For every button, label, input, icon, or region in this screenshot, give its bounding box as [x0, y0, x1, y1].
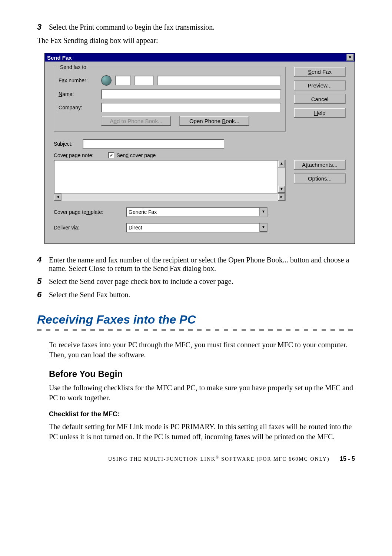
step-3: 3 Select the Print command to begin the … — [37, 22, 355, 32]
fax-number-label: Fax number: — [59, 77, 97, 83]
cover-page-note-label: Cover page note: — [54, 152, 93, 158]
step-6: 6 Select the Send Fax button. — [37, 290, 355, 299]
name-label: Name: — [59, 91, 97, 97]
footer-text: USING THE MULTI-FUNCTION LINK® SOFTWARE … — [108, 456, 330, 462]
section-heading-receiving-faxes: Receiving Faxes into the PC — [37, 313, 355, 327]
preview-button[interactable]: Preview... — [294, 80, 346, 90]
attachments-button[interactable]: Attachments... — [294, 160, 346, 170]
cover-note-textarea[interactable]: ▲ ▼ ◄ ► — [54, 160, 286, 201]
cover-template-value: Generic Fax — [126, 209, 259, 215]
step-4-text: Enter the name and fax number of the rec… — [49, 256, 355, 273]
step-3-caption: The Fax Sending dialog box will appear: — [37, 36, 355, 46]
step-5: 5 Select the Send cover page check box t… — [37, 277, 355, 286]
scroll-down-icon[interactable]: ▼ — [278, 186, 285, 193]
step-6-text: Select the Send Fax button. — [49, 291, 355, 299]
vertical-scrollbar[interactable]: ▲ ▼ — [278, 160, 285, 193]
name-input[interactable] — [101, 89, 281, 99]
before-you-begin-paragraph: Use the following checklists for the MFC… — [49, 383, 355, 403]
deliver-via-value: Direct — [126, 225, 259, 231]
dialog-title: Send Fax — [47, 54, 346, 61]
cover-template-label: Cover page template: — [54, 209, 122, 215]
before-you-begin-heading: Before You Begin — [49, 369, 355, 379]
send-cover-page-label: Send cover page — [116, 152, 156, 158]
step-5-text: Select the Send cover page check box to … — [49, 277, 355, 286]
chevron-down-icon[interactable]: ▼ — [259, 208, 267, 216]
close-icon[interactable]: × — [346, 54, 354, 61]
send-fax-to-group: Send fax to Fax number: Name: Company: — [54, 67, 286, 132]
company-input[interactable] — [101, 103, 281, 112]
scroll-left-icon[interactable]: ◄ — [54, 193, 62, 201]
send-fax-button[interactable]: Send Fax — [294, 67, 346, 77]
globe-icon[interactable] — [101, 75, 112, 86]
scroll-right-icon[interactable]: ► — [278, 193, 285, 201]
send-cover-page-checkbox[interactable]: ✓ Send cover page — [108, 152, 156, 158]
cover-template-dropdown[interactable]: Generic Fax ▼ — [126, 207, 268, 217]
checkbox-icon: ✓ — [108, 152, 114, 158]
deliver-via-dropdown[interactable]: Direct ▼ — [126, 223, 268, 232]
fax-country-input[interactable] — [115, 76, 131, 85]
send-fax-dialog: Send Fax × Send fax to Fax number: Name: — [44, 53, 355, 244]
section-intro-paragraph: To receive faxes into your PC through th… — [49, 340, 355, 360]
step-3-text: Select the Print command to begin the fa… — [49, 23, 355, 32]
subject-input[interactable] — [83, 139, 224, 149]
help-button[interactable]: Help — [294, 108, 346, 118]
fax-area-input[interactable] — [134, 76, 154, 85]
section-divider — [37, 329, 355, 331]
step-4-number: 4 — [37, 255, 49, 265]
page-footer: USING THE MULTI-FUNCTION LINK® SOFTWARE … — [37, 455, 355, 462]
send-fax-to-legend: Send fax to — [59, 64, 88, 70]
step-6-number: 6 — [37, 290, 49, 299]
horizontal-scrollbar[interactable]: ◄ ► — [54, 193, 285, 201]
scroll-up-icon[interactable]: ▲ — [278, 160, 285, 168]
subject-label: Subject: — [54, 141, 80, 147]
cancel-button[interactable]: Cancel — [294, 94, 346, 104]
options-button[interactable]: Options... — [294, 173, 346, 183]
checklist-mfc-paragraph: The default setting for MF Link mode is … — [49, 422, 355, 442]
add-to-phone-book-button[interactable]: Add to Phone Book... — [101, 116, 171, 126]
checklist-mfc-heading: Checklist for the MFC: — [49, 410, 355, 418]
fax-number-input[interactable] — [157, 76, 281, 85]
chevron-down-icon[interactable]: ▼ — [259, 224, 267, 232]
company-label: Company: — [59, 105, 97, 110]
step-4: 4 Enter the name and fax number of the r… — [37, 255, 355, 273]
step-3-number: 3 — [37, 22, 49, 32]
open-phone-book-button[interactable]: Open Phone Book... — [179, 116, 249, 126]
page-number: 15 - 5 — [340, 456, 355, 462]
deliver-via-label: Deliver via: — [54, 225, 122, 231]
step-5-number: 5 — [37, 277, 49, 286]
dialog-titlebar: Send Fax × — [45, 53, 355, 62]
